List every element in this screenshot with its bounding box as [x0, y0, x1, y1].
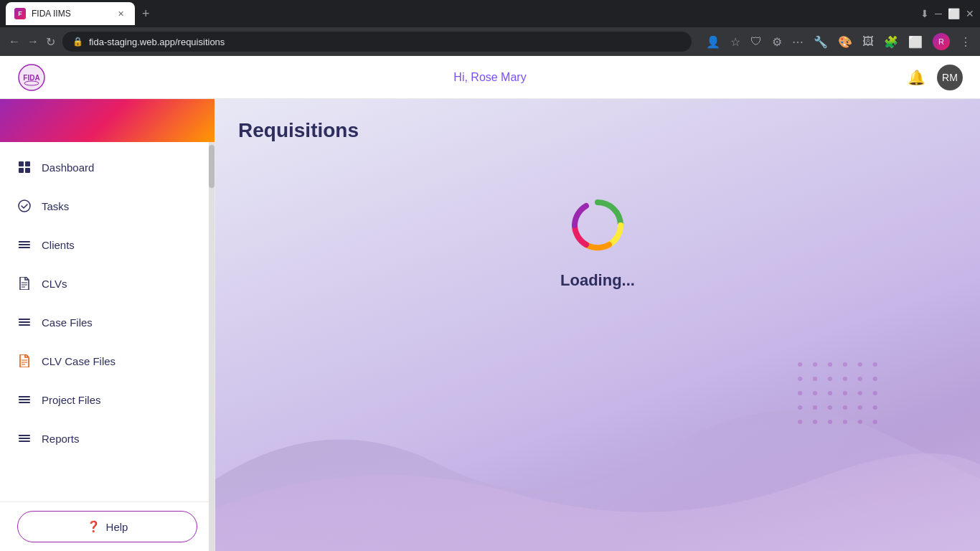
svg-rect-20	[19, 319, 21, 320]
svg-rect-31	[19, 435, 21, 436]
sidebar-item-project-files[interactable]: Project Files	[0, 380, 215, 419]
app-wrapper: FIDA Hi, Rose Mary 🔔 RM	[0, 56, 980, 551]
address-bar-row: ← → ↻ 🔒 fida-staging.web.app/requisition…	[0, 27, 980, 56]
sidebar-clients-label: Clients	[42, 239, 197, 251]
svg-text:FIDA: FIDA	[23, 74, 39, 82]
extension-shield-icon[interactable]: 🛡	[750, 35, 762, 48]
tasks-icon	[17, 199, 32, 212]
reload-button[interactable]: ↻	[46, 35, 55, 49]
help-circle-icon: ❓	[87, 520, 100, 533]
svg-point-41	[843, 377, 847, 381]
svg-rect-25	[19, 399, 30, 400]
svg-point-36	[858, 362, 862, 367]
svg-rect-11	[19, 241, 21, 242]
browser-chrome: F FIDA IIMS ✕ + ⬇ ─ ⬜ ✕	[0, 0, 980, 27]
svg-point-51	[813, 405, 817, 410]
sidebar-case-files-label: Case Files	[42, 316, 197, 329]
sidebar-reports-label: Reports	[42, 433, 197, 445]
user-avatar[interactable]: RM	[937, 65, 963, 90]
svg-point-61	[873, 420, 877, 424]
scrollbar-thumb	[209, 145, 215, 188]
url-text: fida-staging.web.app/requisitions	[89, 37, 682, 47]
close-button[interactable]: ✕	[966, 8, 974, 19]
svg-point-39	[813, 377, 817, 381]
extension-icon-5[interactable]: 🖼	[862, 35, 874, 48]
minimize-button[interactable]: ─	[935, 8, 942, 19]
chrome-profile-button[interactable]: R	[933, 33, 950, 50]
sidebar-item-clv-case-files[interactable]: CLV Case Files	[0, 342, 215, 380]
star-icon[interactable]: ☆	[730, 35, 740, 49]
address-bar[interactable]: 🔒 fida-staging.web.app/requisitions	[62, 32, 692, 52]
app-header: FIDA Hi, Rose Mary 🔔 RM	[0, 56, 980, 99]
main-content: Requisitions Loading...	[215, 99, 980, 551]
sidebar-clv-case-files-label: CLV Case Files	[42, 355, 197, 367]
sidebar: Dashboard Tasks	[0, 99, 215, 551]
sidebar-clvs-label: CLVs	[42, 278, 197, 290]
extension-icon-1[interactable]: ⚙	[772, 35, 782, 49]
fida-logo-icon: FIDA	[17, 63, 46, 92]
wave-background	[215, 336, 980, 551]
svg-point-56	[798, 420, 802, 424]
help-button[interactable]: ❓ Help	[17, 511, 197, 542]
clients-icon	[17, 238, 32, 251]
main-layout: Dashboard Tasks	[0, 99, 980, 551]
sidebar-item-dashboard[interactable]: Dashboard	[0, 148, 215, 187]
project-files-icon	[17, 393, 32, 406]
svg-rect-6	[25, 168, 30, 173]
clv-case-files-icon	[17, 354, 32, 367]
sidebar-item-clients[interactable]: Clients	[0, 225, 215, 264]
svg-rect-5	[19, 168, 24, 173]
extension-icon-4[interactable]: 🎨	[838, 35, 852, 49]
page-title: Requisitions	[215, 99, 980, 154]
forward-button[interactable]: →	[27, 35, 39, 48]
sidebar-button[interactable]: ⬜	[908, 35, 923, 49]
back-button[interactable]: ←	[9, 35, 20, 48]
windows-list-icon[interactable]: ⬇	[920, 8, 929, 19]
sidebar-dashboard-label: Dashboard	[42, 161, 197, 174]
lock-icon: 🔒	[72, 37, 83, 47]
svg-rect-29	[19, 438, 30, 439]
svg-point-32	[798, 362, 802, 367]
sidebar-item-tasks[interactable]: Tasks	[0, 187, 215, 225]
sidebar-banner	[0, 99, 215, 142]
svg-rect-3	[19, 161, 24, 166]
svg-rect-30	[19, 441, 30, 442]
loading-text: Loading...	[560, 271, 635, 290]
tab-close-button[interactable]: ✕	[115, 8, 126, 19]
browser-tab[interactable]: F FIDA IIMS ✕	[6, 2, 135, 25]
extension-icon-2[interactable]: ⋯	[792, 35, 804, 49]
browser-controls: ⬇ ─ ⬜ ✕	[920, 8, 974, 19]
maximize-button[interactable]: ⬜	[948, 8, 960, 19]
extension-icon-3[interactable]: 🔧	[814, 35, 828, 49]
svg-point-58	[828, 420, 832, 424]
svg-point-52	[828, 405, 832, 410]
sidebar-scrollbar[interactable]	[209, 142, 215, 551]
new-tab-button[interactable]: +	[142, 6, 150, 22]
svg-rect-12	[19, 244, 21, 245]
greeting-text: Hi,	[453, 71, 471, 83]
header-right: 🔔 RM	[908, 65, 963, 90]
svg-point-40	[828, 377, 832, 381]
sidebar-item-clvs[interactable]: CLVs	[0, 264, 215, 303]
svg-point-7	[19, 200, 30, 212]
clvs-icon	[17, 277, 32, 290]
profile-icon[interactable]: 👤	[706, 35, 720, 49]
sidebar-item-case-files[interactable]: Case Files	[0, 303, 215, 342]
menu-button[interactable]: ⋮	[960, 35, 971, 49]
svg-point-49	[873, 391, 877, 395]
svg-point-35	[843, 362, 847, 367]
svg-point-59	[843, 420, 847, 424]
svg-rect-26	[19, 402, 30, 403]
extensions-button[interactable]: 🧩	[884, 35, 898, 49]
svg-point-48	[858, 391, 862, 395]
app-logo: FIDA	[17, 63, 46, 92]
sidebar-item-reports[interactable]: Reports	[0, 419, 215, 458]
loading-container: Loading...	[215, 197, 980, 290]
svg-point-43	[873, 377, 877, 381]
svg-point-55	[873, 405, 877, 410]
notification-bell-icon[interactable]: 🔔	[908, 69, 925, 86]
sidebar-tasks-label: Tasks	[42, 200, 197, 212]
svg-point-33	[813, 362, 817, 367]
svg-point-47	[843, 391, 847, 395]
reports-icon	[17, 432, 32, 445]
